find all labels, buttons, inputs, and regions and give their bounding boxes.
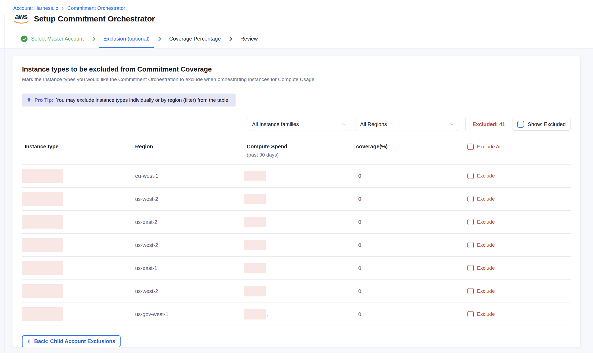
chevron-left-icon	[26, 339, 32, 344]
compute-spend-cell	[244, 217, 353, 227]
exclude-row-control[interactable]: Exclude	[465, 265, 571, 271]
regions-dropdown[interactable]: All Regions	[355, 118, 458, 131]
region-cell: us-east-2	[132, 219, 244, 225]
instance-type-cell	[22, 169, 132, 183]
compute-spend-cell	[244, 194, 353, 204]
breadcrumb-chevron-icon	[61, 6, 65, 10]
coverage-value: 0	[358, 196, 361, 202]
table-row: us-west-2 0 Exclude	[22, 234, 571, 257]
exclude-row-control[interactable]: Exclude	[465, 219, 571, 225]
pro-tip-banner: Pro Tip: You may exclude instance types …	[22, 94, 236, 106]
chevron-down-icon	[449, 122, 454, 127]
checkbox-icon[interactable]	[467, 196, 474, 202]
redacted-instance-type	[22, 284, 63, 298]
col-header-region: Region	[132, 144, 244, 150]
exclude-row-control[interactable]: Exclude	[465, 288, 571, 294]
instance-type-cell	[22, 307, 132, 321]
step-review[interactable]: Review	[236, 29, 262, 48]
exclude-row-control[interactable]: Exclude	[465, 196, 571, 202]
setup-stepper: Select Master Account Exclusion (optiona…	[0, 29, 593, 48]
checkbox-icon[interactable]	[467, 219, 474, 225]
pro-tip-label: Pro Tip:	[34, 97, 53, 103]
dropdown-value: All Regions	[360, 121, 387, 127]
col-header-compute-spend-sub: (past 30 days)	[247, 152, 353, 158]
region-value: us-west-2	[135, 196, 158, 202]
region-cell: us-gov-west-1	[132, 311, 244, 317]
table-row: us-east-1 0 Exclude	[22, 257, 571, 280]
col-header-coverage: coverage(%)	[353, 144, 465, 150]
table-header-row: Instance type Region Compute Spend (past…	[22, 144, 571, 165]
step-exclusion[interactable]: Exclusion (optional)	[99, 29, 154, 48]
exclude-row-control[interactable]: Exclude	[465, 173, 571, 179]
exclusion-card: Instance types to be excluded from Commi…	[12, 56, 580, 347]
step-label: Select Master Account	[31, 36, 84, 42]
panel-divider	[4, 14, 5, 352]
coverage-cell: 0	[353, 219, 465, 225]
region-value: us-east-2	[135, 219, 157, 225]
coverage-value: 0	[358, 219, 361, 225]
step-select-master-account[interactable]: Select Master Account	[16, 29, 88, 48]
instance-type-cell	[22, 238, 132, 252]
step-label: Coverage Percentage	[169, 36, 221, 42]
show-excluded-label: Show: Excluded	[528, 121, 566, 127]
region-cell: us-west-2	[132, 242, 244, 248]
chevron-right-icon	[228, 29, 233, 48]
exclude-row-control[interactable]: Exclude	[465, 311, 571, 317]
checkbox-icon[interactable]	[517, 121, 524, 128]
filter-bar: All Instance families All Regions Exclud…	[22, 118, 571, 131]
coverage-cell: 0	[353, 242, 465, 248]
pro-tip-text: You may exclude instance types individua…	[56, 97, 229, 103]
page-header: Account: Harness.io Commitment Orchestra…	[0, 0, 593, 29]
table-row: us-gov-west-1 . 0 Exclude	[22, 303, 571, 326]
exclude-label: Exclude	[477, 196, 495, 202]
coverage-cell: 0	[353, 196, 465, 202]
table-row: us-west-2 0 Exclude	[22, 188, 571, 211]
show-excluded-toggle[interactable]: Show: Excluded	[512, 118, 571, 131]
breadcrumb-orchestrator-link[interactable]: Commitment Orchestrator	[67, 5, 125, 11]
checkbox-icon[interactable]	[467, 288, 474, 294]
redacted-instance-type	[22, 215, 63, 229]
redacted-instance-type	[22, 261, 63, 275]
coverage-cell: 0	[353, 173, 465, 179]
exclusion-table: Instance type Region Compute Spend (past…	[22, 144, 571, 326]
checkbox-icon[interactable]	[467, 144, 474, 150]
region-cell: eu-west-1	[132, 173, 244, 179]
instance-type-cell	[22, 261, 132, 275]
instance-type-cell	[22, 215, 132, 229]
instance-families-dropdown[interactable]: All Instance families	[247, 118, 350, 131]
breadcrumb-account-link[interactable]: Account: Harness.io	[13, 5, 58, 11]
exclude-row-control[interactable]: Exclude	[465, 242, 571, 248]
exclude-all-control[interactable]: Exclude All	[465, 144, 571, 150]
coverage-cell: 0	[353, 288, 465, 294]
region-cell: us-east-1	[132, 265, 244, 271]
chevron-right-icon	[91, 29, 96, 48]
content-area: Instance types to be excluded from Commi…	[0, 48, 593, 353]
coverage-value: 0	[358, 288, 361, 294]
checkbox-icon[interactable]	[467, 173, 474, 179]
redacted-instance-type	[22, 307, 63, 321]
checkbox-icon[interactable]	[467, 265, 474, 271]
back-button[interactable]: Back: Child Account Exclusions	[22, 335, 121, 347]
checkbox-icon[interactable]	[467, 311, 474, 317]
redacted-compute-spend	[244, 217, 266, 227]
region-cell: us-west-2	[132, 288, 244, 294]
exclude-label: Exclude	[477, 265, 495, 271]
exclude-label: Exclude	[477, 173, 495, 179]
redacted-compute-spend	[244, 286, 266, 296]
card-subtitle: Mark the Instance types you would like t…	[22, 77, 571, 82]
region-value: us-west-2	[135, 242, 158, 248]
exclude-all-label: Exclude All	[477, 144, 502, 150]
redacted-compute-spend	[244, 309, 266, 319]
lightbulb-icon	[26, 97, 32, 103]
compute-spend-cell: .	[244, 309, 353, 319]
col-header-compute-spend: Compute Spend (past 30 days)	[244, 144, 353, 158]
exclude-label: Exclude	[477, 242, 495, 248]
step-coverage-percentage[interactable]: Coverage Percentage	[165, 29, 225, 48]
region-value: us-gov-west-1	[135, 311, 169, 317]
redacted-compute-spend	[244, 263, 266, 273]
redacted-instance-type	[22, 169, 63, 183]
compute-spend-suffix: .	[267, 312, 268, 317]
checkbox-icon[interactable]	[467, 242, 474, 248]
step-label: Review	[240, 36, 258, 42]
redacted-compute-spend	[244, 240, 266, 250]
